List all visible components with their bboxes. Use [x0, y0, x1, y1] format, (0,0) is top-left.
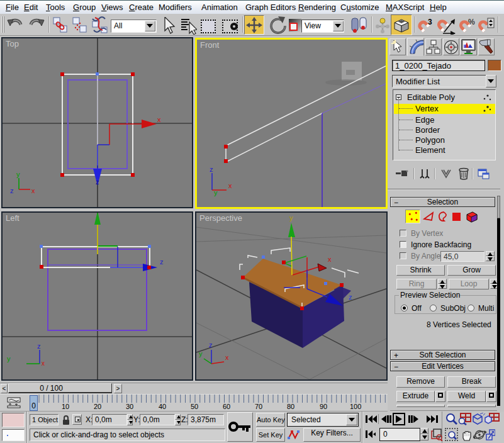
svg-text:z: z	[10, 187, 14, 194]
svg-text:z: z	[209, 341, 213, 349]
svg-text:z: z	[37, 342, 41, 350]
svg-text:%: %	[468, 18, 475, 26]
svg-text:x: x	[31, 187, 35, 194]
svg-text:x: x	[328, 255, 332, 263]
svg-text:z: z	[210, 165, 213, 173]
svg-text:z: z	[349, 293, 352, 301]
svg-text:3: 3	[428, 18, 432, 26]
svg-text:x: x	[225, 354, 229, 361]
svg-text:y: y	[199, 350, 203, 357]
svg-text:y: y	[7, 355, 11, 362]
svg-text:y: y	[289, 214, 293, 222]
svg-text:x: x	[42, 360, 45, 367]
svg-text:z: z	[96, 178, 99, 186]
svg-text:y: y	[214, 189, 218, 196]
svg-text:z: z	[160, 258, 164, 266]
svg-text:y: y	[16, 171, 20, 178]
svg-text:x: x	[228, 182, 232, 189]
svg-text:x: x	[157, 116, 161, 123]
